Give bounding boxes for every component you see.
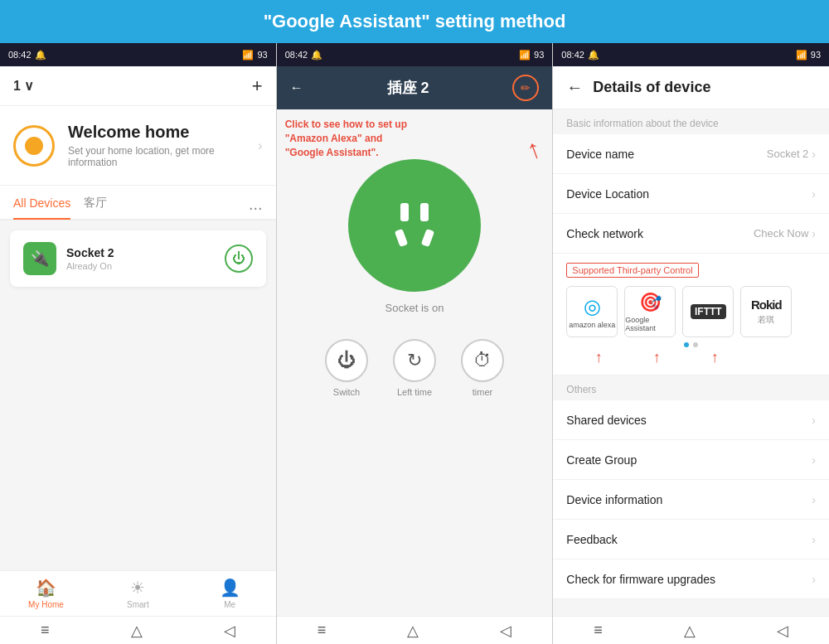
s2-title: 插座 2 [387, 78, 429, 98]
status-time-1: 08:42 [8, 50, 32, 60]
smart-icon: ☀ [130, 578, 145, 598]
s2-back-button[interactable]: ← [290, 80, 303, 95]
switch-button[interactable]: ⏻ [325, 339, 368, 382]
status-bar-2: 08:42 🔔 📶 93 [277, 43, 553, 66]
home-icon: 🏠 [36, 578, 56, 598]
s3-nav-bar: ← Details of device [553, 66, 829, 109]
welcome-subtitle: Set your home location, get more informa… [68, 145, 245, 168]
device-status: Already On [66, 261, 114, 271]
nav-me[interactable]: 👤 Me [184, 571, 276, 616]
timer-control[interactable]: ⏱ timer [461, 339, 504, 397]
back-gesture-icon[interactable]: ◁ [224, 622, 235, 640]
socket-status: Socket is on [385, 302, 444, 314]
banner-title: "Google Assistant" setting method [264, 11, 566, 32]
menu-gesture-3-icon[interactable]: ≡ [594, 622, 603, 639]
gesture-bar-1: ≡ △ ◁ [0, 616, 276, 644]
socket-circle[interactable] [348, 159, 481, 292]
gesture-bar-2: ≡ △ ◁ [277, 616, 553, 644]
status-signal-3: 93 [811, 50, 821, 60]
device-location-row[interactable]: Device Location › [553, 174, 829, 214]
gesture-bar-3: ≡ △ ◁ [553, 616, 829, 644]
welcome-title: Welcome home [68, 123, 245, 142]
device-location-chevron-icon: › [812, 187, 816, 201]
device-name-row[interactable]: Device name Socket 2 › [553, 134, 829, 174]
status-time-2: 08:42 [285, 50, 308, 60]
google-assistant-icon-box[interactable]: 🎯 Google Assistant [624, 286, 676, 337]
feedback-chevron-icon: › [812, 533, 816, 546]
annotation-line1: Click to see how to set up [285, 119, 407, 130]
home-gesture-2-icon[interactable]: △ [407, 622, 419, 640]
firmware-row[interactable]: Check for firmware upgrades › [553, 559, 829, 599]
nav-home[interactable]: 🏠 My Home [0, 571, 92, 616]
welcome-chevron-icon[interactable]: › [258, 138, 262, 153]
home-gesture-3-icon[interactable]: △ [684, 622, 696, 640]
shared-devices-label: Shared devices [566, 414, 647, 427]
red-arrows-row: ↑ ↑ ↑ [573, 349, 816, 366]
me-icon: 👤 [220, 578, 240, 598]
device-information-row[interactable]: Device information › [553, 480, 829, 520]
shared-devices-row[interactable]: Shared devices › [553, 400, 829, 440]
s3-back-button[interactable]: ← [566, 78, 583, 97]
dot-1 [684, 342, 689, 347]
lefttime-button[interactable]: ↻ [393, 339, 436, 382]
device-information-label: Device information [566, 493, 662, 506]
firmware-chevron-icon: › [812, 573, 816, 586]
status-signal-1: 93 [257, 50, 267, 60]
screens-container: 08:42 🔔 📶 93 1 ∨ + Welcome home Set you [0, 43, 829, 644]
check-now-value: Check Now [754, 227, 808, 240]
menu-gesture-2-icon[interactable]: ≡ [318, 622, 327, 639]
socket-svg [377, 188, 452, 263]
timer-button[interactable]: ⏱ [461, 339, 504, 382]
lefttime-control[interactable]: ↻ Left time [393, 339, 436, 397]
s2-controls: ⏻ Switch ↻ Left time ⏱ timer [325, 339, 504, 397]
menu-gesture-icon[interactable]: ≡ [41, 622, 50, 639]
svg-rect-0 [400, 203, 409, 221]
add-device-button[interactable]: + [252, 75, 263, 97]
back-gesture-3-icon[interactable]: ◁ [777, 622, 788, 640]
annotation-line2: "Amazon Alexa" and [285, 133, 383, 144]
alexa-label: amazon alexa [569, 321, 615, 329]
switch-label: Switch [333, 387, 360, 397]
ifttt-logo: IFTTT [691, 304, 726, 319]
device-tabs: All Devices 客厅 ··· [0, 186, 276, 220]
svg-rect-1 [420, 203, 429, 221]
check-network-label: Check network [566, 227, 643, 240]
status-wifi-3: 📶 [796, 50, 807, 61]
shared-devices-chevron-icon: › [812, 414, 816, 427]
rokid-sub: 若琪 [758, 314, 774, 326]
status-bell-2: 🔔 [311, 50, 322, 61]
ifttt-icon-box[interactable]: IFTTT [682, 286, 734, 337]
tab-more[interactable]: ··· [249, 198, 263, 217]
back-gesture-2-icon[interactable]: ◁ [500, 622, 511, 640]
device-card[interactable]: 🔌 Socket 2 Already On ⏻ [10, 230, 266, 287]
device-location-label: Device Location [566, 187, 649, 201]
tab-room[interactable]: 客厅 [84, 196, 107, 219]
arrow-alexa-icon: ↑ [573, 349, 624, 366]
rokid-icon-box[interactable]: Rokid 若琪 [740, 286, 792, 337]
alexa-icon-box[interactable]: ◎ amazon alexa [566, 286, 618, 337]
arrow-edit-icon: ↑ [522, 133, 545, 166]
check-network-row[interactable]: Check network Check Now › [553, 214, 829, 254]
screen-device: 08:42 🔔 📶 93 ← 插座 2 ✏ ↑ Click to see how… [277, 43, 554, 644]
tab-all-devices[interactable]: All Devices [13, 196, 70, 220]
home-gesture-icon[interactable]: △ [131, 622, 143, 640]
arrow-google-icon: ↑ [631, 349, 682, 366]
third-party-badge: Supported Third-party Control [566, 263, 698, 278]
others-section-header: Others [553, 375, 829, 400]
top-banner: "Google Assistant" setting method [0, 0, 829, 43]
s2-nav-bar: ← 插座 2 ✏ [277, 66, 553, 109]
feedback-row[interactable]: Feedback › [553, 520, 829, 559]
create-group-label: Create Group [566, 453, 637, 467]
annotation-text: Click to see how to set up "Amazon Alexa… [285, 118, 407, 159]
s2-edit-button[interactable]: ✏ [512, 75, 539, 101]
switch-control[interactable]: ⏻ Switch [325, 339, 368, 397]
create-group-row[interactable]: Create Group › [553, 440, 829, 480]
status-bar-3: 08:42 🔔 📶 93 [553, 43, 829, 66]
bottom-nav-1: 🏠 My Home ☀ Smart 👤 Me ≡ △ ◁ [0, 570, 276, 644]
home-number: 1 [13, 79, 21, 94]
home-selector[interactable]: 1 ∨ [13, 78, 34, 94]
status-bell-3: 🔔 [588, 50, 599, 61]
power-button[interactable]: ⏻ [225, 245, 253, 273]
nav-smart[interactable]: ☀ Smart [92, 571, 184, 616]
arrow-ifttt-icon: ↑ [689, 349, 740, 366]
